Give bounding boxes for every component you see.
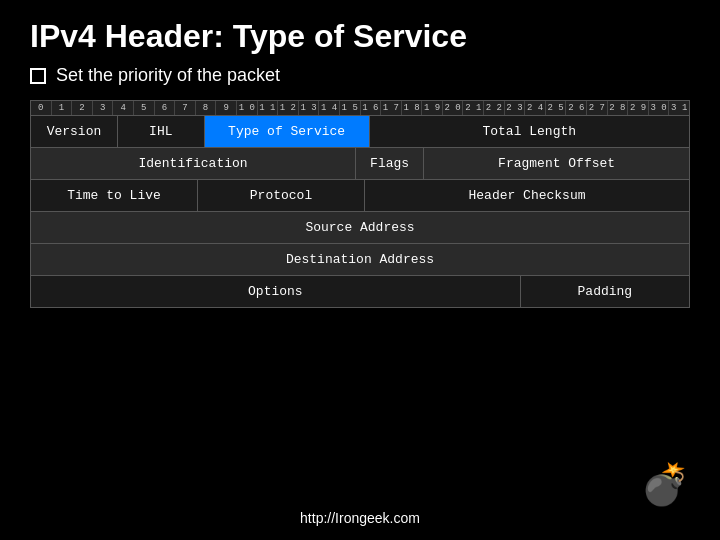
field-cell-1-1: Flags	[356, 148, 424, 179]
bit-cell-26: 2 6	[566, 101, 587, 115]
bit-cell-2: 2	[72, 101, 93, 115]
bit-cell-5: 5	[134, 101, 155, 115]
bomb-icon: 💣	[640, 461, 690, 510]
header-table: 01234567891 01 11 21 31 41 51 61 71 81 9…	[30, 100, 690, 308]
field-row-3: Source Address	[31, 212, 689, 244]
field-cell-0-1: IHL	[118, 116, 205, 147]
field-cell-5-1: Padding	[521, 276, 689, 307]
bit-cell-13: 1 3	[299, 101, 320, 115]
field-row-5: OptionsPadding	[31, 276, 689, 307]
field-cell-3-0: Source Address	[31, 212, 689, 243]
field-cell-0-2: Type of Service	[205, 116, 370, 147]
checkbox-icon	[30, 68, 46, 84]
bit-cell-12: 1 2	[278, 101, 299, 115]
bit-cell-28: 2 8	[608, 101, 629, 115]
subtitle: Set the priority of the packet	[0, 65, 720, 100]
field-cell-0-0: Version	[31, 116, 118, 147]
field-cell-2-2: Header Checksum	[365, 180, 689, 211]
bit-cell-16: 1 6	[361, 101, 382, 115]
bit-cell-22: 2 2	[484, 101, 505, 115]
field-row-2: Time to LiveProtocolHeader Checksum	[31, 180, 689, 212]
bit-cell-25: 2 5	[546, 101, 567, 115]
bit-cell-23: 2 3	[505, 101, 526, 115]
field-row-1: IdentificationFlagsFragment Offset	[31, 148, 689, 180]
bit-cell-14: 1 4	[319, 101, 340, 115]
field-cell-2-0: Time to Live	[31, 180, 198, 211]
bit-cell-30: 3 0	[649, 101, 670, 115]
bit-cell-1: 1	[52, 101, 73, 115]
bit-cell-19: 1 9	[422, 101, 443, 115]
field-cell-5-0: Options	[31, 276, 521, 307]
bit-cell-7: 7	[175, 101, 196, 115]
footer-url: http://Irongeek.com	[0, 510, 720, 526]
field-cell-1-0: Identification	[31, 148, 356, 179]
bit-cell-6: 6	[155, 101, 176, 115]
bit-cell-0: 0	[31, 101, 52, 115]
field-cell-2-1: Protocol	[198, 180, 365, 211]
subtitle-text: Set the priority of the packet	[56, 65, 280, 86]
bit-cell-9: 9	[216, 101, 237, 115]
bit-cell-18: 1 8	[402, 101, 423, 115]
bit-cell-20: 2 0	[443, 101, 464, 115]
bit-cell-10: 1 0	[237, 101, 258, 115]
bit-cell-29: 2 9	[628, 101, 649, 115]
bit-cell-11: 1 1	[258, 101, 279, 115]
bit-cell-27: 2 7	[587, 101, 608, 115]
field-cell-4-0: Destination Address	[31, 244, 689, 275]
bit-number-row: 01234567891 01 11 21 31 41 51 61 71 81 9…	[31, 101, 689, 116]
bit-cell-4: 4	[113, 101, 134, 115]
bit-cell-21: 2 1	[463, 101, 484, 115]
field-row-0: VersionIHLType of ServiceTotal Length	[31, 116, 689, 148]
bit-cell-15: 1 5	[340, 101, 361, 115]
field-cell-0-3: Total Length	[370, 116, 690, 147]
bit-cell-3: 3	[93, 101, 114, 115]
field-row-4: Destination Address	[31, 244, 689, 276]
bit-cell-17: 1 7	[381, 101, 402, 115]
bit-cell-24: 2 4	[525, 101, 546, 115]
bit-cell-31: 3 1	[669, 101, 689, 115]
field-cell-1-2: Fragment Offset	[424, 148, 689, 179]
bit-cell-8: 8	[196, 101, 217, 115]
page-title: IPv4 Header: Type of Service	[0, 0, 720, 65]
